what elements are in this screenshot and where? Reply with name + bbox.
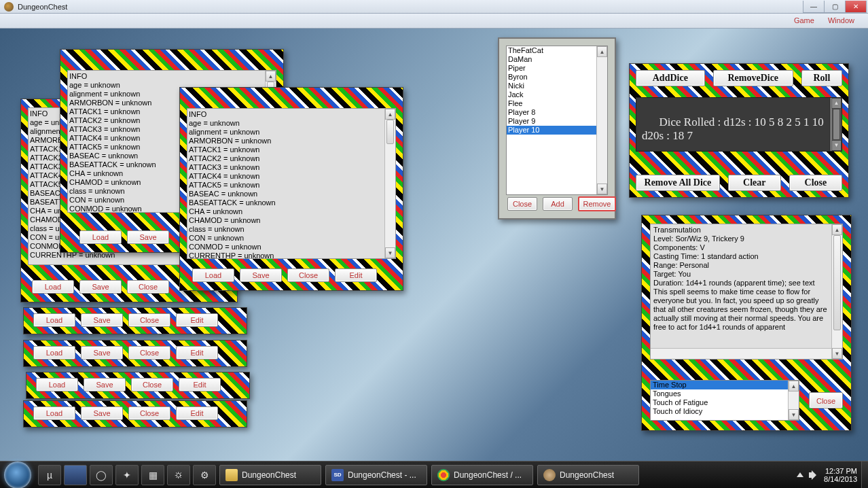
scrollbar-horizontal[interactable] [651,348,831,359]
load-button[interactable]: Load [79,230,122,244]
edit-button[interactable]: Edit [335,268,377,282]
player-item[interactable]: Nicki [507,82,607,90]
tray-expand-icon[interactable] [797,472,803,477]
chrome-icon [437,469,450,481]
window-buttons: — ▢ ✕ [803,1,867,13]
scroll-thumb[interactable] [833,235,841,330]
quick-icon[interactable]: ⚙ [193,465,216,485]
quick-icon[interactable]: µ [38,465,61,485]
menu-bar: Game Window [0,14,868,29]
spell-item[interactable]: Time Stop [651,381,799,389]
quick-icon[interactable]: ⛭ [167,465,190,485]
scroll-up-icon[interactable]: ▲ [832,224,842,235]
window-title: DungeonChest [18,3,803,11]
close-button[interactable]: Close [131,378,173,391]
close-button[interactable]: Close [287,268,329,282]
system-tray: 12:37 PM 8/14/2013 [797,467,861,483]
player-list[interactable]: TheFatCatDaManPiperByronNickiJackFleePla… [506,46,608,195]
scroll-down-icon[interactable]: ▼ [385,247,395,258]
edit-button[interactable]: Edit [176,406,218,420]
quick-icon[interactable] [64,465,87,485]
clock[interactable]: 12:37 PM 8/14/2013 [824,467,857,483]
save-button[interactable]: Save [84,378,126,391]
spell-item[interactable]: Touch of Fatigue [651,398,799,407]
remove-dice-button[interactable]: RemoveDice [713,70,793,86]
maximize-button[interactable]: ▢ [824,1,846,13]
taskbar-task[interactable]: DungeonChest [219,465,321,485]
roll-dice-button[interactable]: Roll [801,70,842,86]
save-button[interactable]: Save [81,313,123,327]
save-button[interactable]: Save [79,280,122,294]
player-item[interactable]: Player 10 [507,126,607,135]
scroll-up-icon[interactable]: ▲ [385,109,395,120]
spell-item[interactable]: Touch of Idiocy [651,407,799,416]
player-remove-button[interactable]: Remove [578,196,616,211]
player-item[interactable]: Byron [507,73,607,82]
load-button[interactable]: Load [192,268,234,282]
spell-description[interactable]: Transmutation Level: Sor/Wiz 9, Trickery… [650,224,843,360]
menu-game[interactable]: Game [787,14,821,28]
taskbar-task[interactable]: DungeonChest / ... [431,465,533,485]
edit-button[interactable]: Edit [176,346,218,360]
edit-button[interactable]: Edit [176,313,218,327]
spell-panel: Transmutation Level: Sor/Wiz 9, Trickery… [641,215,852,431]
char-info-box[interactable]: INFO age = unknown alignment = unknown A… [187,108,396,259]
scrollbar[interactable]: ▲ ▼ [831,98,842,151]
scroll-thumb[interactable] [833,109,840,140]
save-button[interactable]: Save [81,406,123,420]
scroll-down-icon[interactable]: ▼ [831,140,842,151]
scrollbar[interactable]: ▲ ▼ [384,109,395,258]
player-item[interactable]: TheFatCat [507,46,607,55]
player-item[interactable]: DaMan [507,55,607,64]
show-desktop-button[interactable] [861,461,868,488]
player-item[interactable]: Flee [507,99,607,108]
spell-list[interactable]: Time StopTonguesTouch of FatigueTouch of… [650,380,799,421]
edit-button[interactable]: Edit [179,378,221,391]
quick-icon[interactable]: ✦ [115,465,139,485]
quick-icon[interactable]: ◯ [90,465,113,485]
quick-icon[interactable]: ▦ [141,465,164,485]
minimize-button[interactable]: — [803,1,825,13]
load-button[interactable]: Load [33,346,75,360]
close-button[interactable]: Close [127,280,169,294]
load-button[interactable]: Load [32,280,74,294]
spell-close-button[interactable]: Close [809,392,843,408]
taskbar-task[interactable]: DungeonChest [537,465,639,485]
player-item[interactable]: Player 9 [507,117,607,126]
save-button[interactable]: Save [240,268,282,282]
spell-item[interactable]: Tongues [651,389,799,398]
scrollbar[interactable]: ▲ ▼ [788,381,799,420]
add-dice-button[interactable]: AddDice [636,70,705,86]
window-close-button[interactable]: ✕ [845,1,867,13]
player-item[interactable]: Jack [507,90,607,99]
save-button[interactable]: Save [127,230,169,244]
menu-window[interactable]: Window [821,14,861,28]
clear-dice-button[interactable]: Clear [728,175,781,191]
player-item[interactable]: Piper [507,64,607,73]
close-button[interactable]: Close [128,313,170,327]
taskbar-task[interactable]: SDDungeonChest - ... [325,465,427,485]
player-close-button[interactable]: Close [507,197,537,211]
scrollbar[interactable]: ▲ ▼ [596,46,607,194]
volume-icon[interactable] [809,470,818,480]
load-button[interactable]: Load [33,313,75,327]
remove-all-dice-button[interactable]: Remove All Dice [636,175,720,191]
load-button[interactable]: Load [36,378,78,391]
player-add-button[interactable]: Add [543,197,573,211]
player-item[interactable]: Player 8 [507,108,607,117]
start-button[interactable] [4,461,31,489]
scroll-up-icon[interactable]: ▲ [831,98,842,109]
scroll-up-icon[interactable]: ▲ [597,46,607,57]
scroll-down-icon[interactable]: ▼ [832,348,842,359]
scroll-thumb[interactable] [386,120,394,144]
scrollbar[interactable]: ▲ ▼ [831,224,842,359]
close-button[interactable]: Close [128,406,170,420]
close-dice-button[interactable]: Close [789,175,842,191]
close-button[interactable]: Close [128,346,170,360]
scroll-up-icon[interactable]: ▲ [789,381,799,391]
scroll-down-icon[interactable]: ▼ [789,409,799,420]
scroll-down-icon[interactable]: ▼ [597,184,607,194]
scroll-up-icon[interactable]: ▲ [266,71,276,82]
load-button[interactable]: Load [33,406,75,420]
save-button[interactable]: Save [81,346,123,360]
